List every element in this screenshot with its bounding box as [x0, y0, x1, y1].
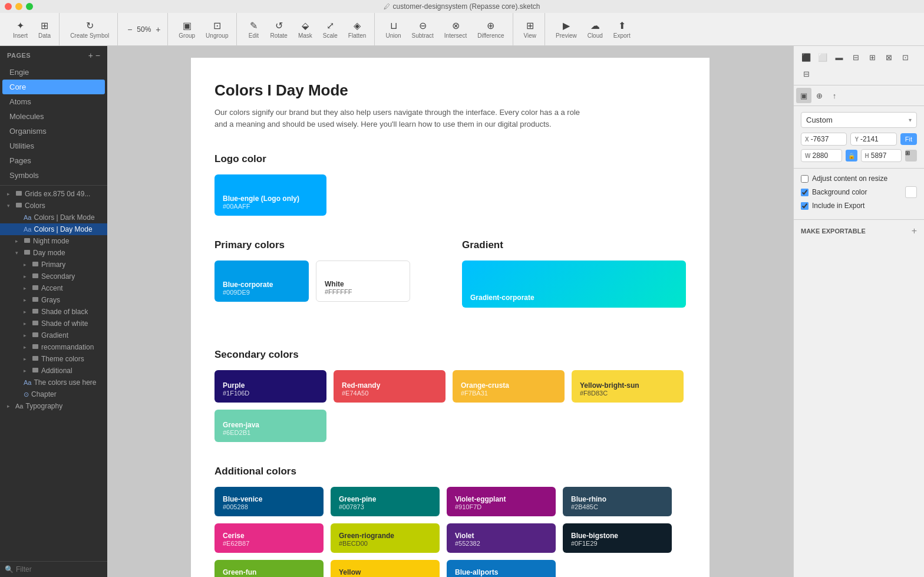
additional-swatch[interactable]: Blue-bigstone#0F1E29 [563, 523, 672, 553]
filter-input[interactable] [16, 565, 104, 573]
align-bottom-button[interactable]: ⊡ [897, 50, 913, 65]
layer-item-colors-dark-mode[interactable]: AaColors | Dark Mode [0, 212, 107, 223]
scale-button[interactable]: ⤢ Scale [318, 18, 342, 41]
page-item-engie[interactable]: Engie [2, 65, 105, 80]
swatch-hex: #BECD00 [339, 540, 431, 547]
layer-item-grays[interactable]: ▸Grays [0, 294, 107, 306]
adjust-content-checkbox[interactable] [801, 175, 808, 183]
align-center-h-button[interactable]: ⬜ [815, 50, 830, 65]
primary-swatch[interactable]: White#FFFFFF [316, 261, 410, 302]
layer-item-primary[interactable]: ▸Primary [0, 259, 107, 271]
page-item-symbols[interactable]: Symbols [2, 168, 105, 183]
secondary-swatch[interactable]: Purple#1F106D [214, 370, 326, 403]
zoom-in-button[interactable]: + [152, 24, 164, 35]
layer-item-colors[interactable]: ▾Colors [0, 200, 107, 212]
inspector-mode-row: ▣ ⊕ ↑ [794, 85, 924, 106]
layer-item-day-mode[interactable]: ▾Day mode [0, 247, 107, 259]
layer-item-additional[interactable]: ▸Additional [0, 365, 107, 377]
additional-swatch[interactable]: Blue-allports#0B74C0 [447, 560, 556, 577]
align-center-v-button[interactable]: ⊠ [881, 50, 896, 65]
mask-button[interactable]: ⬙ Mask [293, 18, 317, 41]
primary-swatch[interactable]: Blue-corporate#009DE9 [214, 261, 309, 302]
export-button[interactable]: ⬆ Export [609, 18, 635, 41]
additional-swatch[interactable]: Blue-venice#005288 [214, 487, 324, 516]
preview-button[interactable]: ▶ Preview [551, 18, 582, 41]
additional-swatch[interactable]: Blue-rhino#2B485C [563, 487, 672, 516]
maximize-button[interactable] [26, 3, 33, 10]
union-button[interactable]: ⊔ Union [381, 18, 405, 41]
inspector-export-button[interactable]: ↑ [827, 88, 842, 103]
additional-swatch[interactable]: Green-riogrande#BECD00 [331, 523, 440, 553]
page-item-organisms[interactable]: Organisms [2, 124, 105, 139]
create-symbol-button[interactable]: ↻ Create Symbol [65, 18, 114, 41]
flatten-button[interactable]: ◈ Flatten [344, 18, 371, 41]
subtract-button[interactable]: ⊖ Subtract [407, 18, 438, 41]
additional-swatch[interactable]: Violet-eggplant#910F7D [447, 487, 556, 516]
page-item-pages[interactable]: Pages [2, 153, 105, 168]
secondary-swatch[interactable]: Yellow-bright-sun#F8D83C [572, 370, 684, 403]
add-page-button[interactable]: + [88, 51, 93, 60]
make-exportable-add-button[interactable]: + [912, 226, 917, 236]
layer-item-chapter[interactable]: ⊙Chapter [0, 388, 107, 400]
intersect-button[interactable]: ⊗ Intersect [440, 18, 471, 41]
ungroup-button[interactable]: ⊡ Ungroup [201, 18, 233, 41]
close-button[interactable] [5, 3, 12, 10]
additional-swatch[interactable]: Green-pine#007873 [331, 487, 440, 516]
secondary-swatch[interactable]: Orange-crusta#F7BA31 [453, 370, 565, 403]
gradient-swatch[interactable]: Gradient-corporate [462, 261, 686, 308]
page-item-atoms[interactable]: Atoms [2, 94, 105, 109]
collapse-pages-button[interactable]: − [95, 51, 100, 60]
distribute-v-button[interactable]: ⊟ [798, 66, 814, 81]
link-button[interactable]: ⊞ [905, 150, 917, 161]
layer-item-grids[interactable]: ▸Grids ex.875 0d 49... [0, 188, 107, 200]
insert-button[interactable]: ✦ Insert [8, 18, 32, 41]
layer-item-recommandation[interactable]: ▸recommandation [0, 341, 107, 353]
align-right-button[interactable]: ▬ [831, 50, 847, 65]
additional-swatches: Blue-venice#005288Green-pine#007873Viole… [214, 487, 686, 577]
swatch-hex: #910F7D [455, 503, 547, 510]
page-item-core[interactable]: Core [2, 80, 105, 94]
layer-item-night-mode[interactable]: ▸Night mode [0, 235, 107, 247]
additional-swatch[interactable]: Green-fun#69AF23 [214, 560, 324, 577]
layer-item-theme-colors[interactable]: ▸Theme colors [0, 353, 107, 365]
logo-swatch[interactable]: Blue-engie (Logo only)#00AAFF [214, 174, 326, 216]
bg-color-checkbox[interactable] [801, 189, 808, 196]
secondary-swatch[interactable]: Red-mandy#E74A50 [334, 370, 446, 403]
secondary-swatch[interactable]: Green-java#6ED2B1 [214, 410, 326, 442]
zoom-out-button[interactable]: − [124, 24, 136, 35]
layer-item-shade-of-black[interactable]: ▸Shade of black [0, 306, 107, 318]
page-item-utilities[interactable]: Utilities [2, 139, 105, 153]
canvas-area[interactable]: Colors I Day Mode Our colors signify our… [107, 46, 793, 577]
view-button[interactable]: ⊞ View [519, 18, 542, 41]
toolbar-symbol-group: ↻ Create Symbol [62, 13, 118, 45]
layer-item-gradient[interactable]: ▸Gradient [0, 329, 107, 341]
inspector-style-button[interactable]: ⊕ [811, 88, 827, 103]
additional-swatch[interactable]: Yellow#FACA08 [331, 560, 440, 577]
additional-swatch[interactable]: Violet#552382 [447, 523, 556, 553]
inspector-layout-button[interactable]: ▣ [796, 88, 811, 103]
fit-button[interactable]: Fit [900, 133, 917, 145]
include-export-checkbox[interactable] [801, 202, 808, 210]
layer-item-secondary[interactable]: ▸Secondary [0, 271, 107, 282]
layer-item-colors-day-mode[interactable]: AaColors | Day Mode [0, 223, 107, 235]
custom-dropdown[interactable]: Custom ▾ [801, 112, 917, 128]
align-left-button[interactable]: ⬛ [798, 50, 814, 65]
difference-button[interactable]: ⊕ Difference [473, 18, 509, 41]
cloud-button[interactable]: ☁ Cloud [583, 18, 608, 41]
additional-swatch[interactable]: Cerise#E62B87 [214, 523, 324, 553]
data-button[interactable]: ⊞ Data [34, 18, 55, 41]
swatch-name: Yellow [339, 568, 431, 576]
layer-item-the-colors-use-here[interactable]: AaThe colors use here [0, 377, 107, 388]
distribute-h-button[interactable]: ⊟ [848, 50, 863, 65]
lock-ratio-button[interactable]: 🔒 [846, 150, 857, 161]
layer-item-accent[interactable]: ▸Accent [0, 282, 107, 294]
bg-color-preview[interactable] [905, 186, 917, 198]
page-item-molecules[interactable]: Molecules [2, 109, 105, 124]
align-top-button[interactable]: ⊞ [864, 50, 880, 65]
rotate-button[interactable]: ↺ Rotate [265, 18, 292, 41]
minimize-button[interactable] [15, 3, 22, 10]
layer-item-typography[interactable]: ▸AaTypography [0, 400, 107, 412]
group-button[interactable]: ▣ Group [174, 18, 200, 41]
edit-button[interactable]: ✎ Edit [243, 18, 264, 41]
layer-item-shade-of-white[interactable]: ▸Shade of white [0, 318, 107, 329]
